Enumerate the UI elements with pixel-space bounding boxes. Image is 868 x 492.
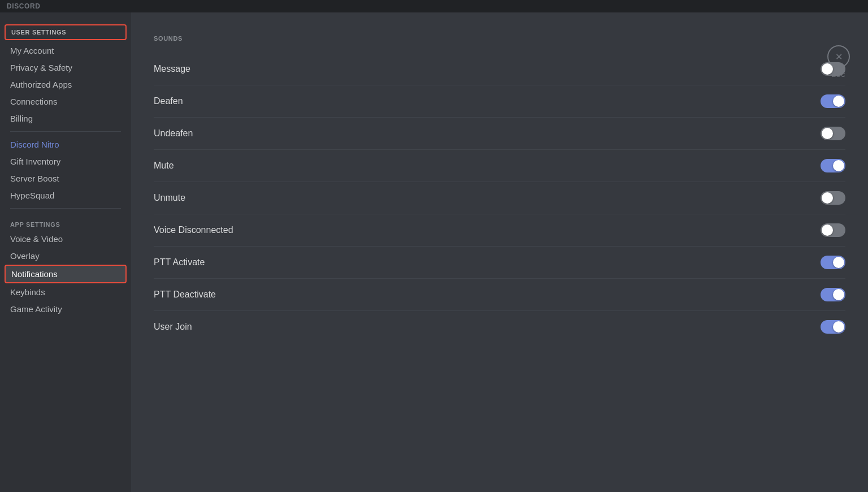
setting-label-mute: Mute [154, 161, 174, 171]
sidebar-item-overlay[interactable]: Overlay [5, 248, 127, 264]
toggle-knob-user-join [833, 321, 844, 333]
sidebar-item-billing[interactable]: Billing [5, 110, 127, 127]
sidebar-item-my-account[interactable]: My Account [5, 42, 127, 59]
setting-label-ptt-deactivate: PTT Deactivate [154, 290, 216, 300]
setting-label-undeafen: Undeafen [154, 128, 193, 139]
esc-label: ESC [832, 71, 846, 78]
sidebar-item-authorized-apps[interactable]: Authorized Apps [5, 76, 127, 93]
setting-row-deafen: Deafen [154, 85, 845, 118]
sidebar-item-keybinds[interactable]: Keybinds [5, 284, 127, 300]
setting-label-deafen: Deafen [154, 96, 183, 106]
toggle-unmute[interactable] [821, 191, 845, 205]
toggle-mute[interactable] [821, 159, 845, 172]
sidebar-item-connections[interactable]: Connections [5, 93, 127, 110]
toggle-knob-unmute [822, 192, 833, 204]
esc-container: ✕ ESC [827, 45, 850, 78]
toggle-knob-ptt-deactivate [833, 289, 844, 300]
setting-row-ptt-activate: PTT Activate [154, 247, 845, 279]
sidebar-divider-1 [10, 131, 121, 132]
setting-row-unmute: Unmute [154, 182, 845, 214]
toggle-undeafen[interactable] [821, 127, 845, 140]
setting-label-unmute: Unmute [154, 193, 185, 203]
sidebar-divider-2 [10, 208, 121, 209]
close-icon: ✕ [835, 51, 843, 62]
toggle-user-join[interactable] [821, 320, 845, 334]
sidebar-item-voice-video[interactable]: Voice & Video [5, 231, 127, 247]
user-settings-header: USER SETTINGS [5, 24, 127, 40]
toggle-knob-voice-disconnected [822, 225, 833, 236]
setting-label-ptt-activate: PTT Activate [154, 257, 205, 267]
setting-label-user-join: User Join [154, 322, 192, 332]
toggle-knob-deafen [833, 96, 844, 107]
sidebar-item-notifications[interactable]: Notifications [5, 265, 127, 283]
close-button[interactable]: ✕ [827, 45, 850, 68]
sidebar-item-privacy-safety[interactable]: Privacy & Safety [5, 59, 127, 76]
setting-row-voice-disconnected: Voice Disconnected [154, 214, 845, 247]
toggle-ptt-deactivate[interactable] [821, 288, 845, 301]
setting-row-message: Message [154, 53, 845, 85]
setting-row-ptt-deactivate: PTT Deactivate [154, 279, 845, 311]
setting-label-message: Message [154, 64, 190, 74]
sidebar-item-game-activity[interactable]: Game Activity [5, 301, 127, 317]
setting-label-voice-disconnected: Voice Disconnected [154, 225, 233, 235]
setting-row-undeafen: Undeafen [154, 118, 845, 150]
sidebar-item-discord-nitro[interactable]: Discord Nitro [5, 136, 127, 153]
setting-row-mute: Mute [154, 150, 845, 182]
titlebar: DISCORD [0, 0, 868, 12]
sidebar: USER SETTINGS My Account Privacy & Safet… [0, 12, 131, 492]
settings-list: MessageDeafenUndeafenMuteUnmuteVoice Dis… [154, 53, 845, 343]
section-label: SOUNDS [154, 35, 845, 42]
main-layout: USER SETTINGS My Account Privacy & Safet… [0, 12, 868, 492]
toggle-knob-undeafen [822, 128, 833, 139]
sidebar-item-server-boost[interactable]: Server Boost [5, 170, 127, 187]
setting-row-user-join: User Join [154, 311, 845, 343]
toggle-knob-ptt-activate [833, 257, 844, 268]
sidebar-item-hypesquad[interactable]: HypeSquad [5, 187, 127, 204]
app-name: DISCORD [7, 2, 41, 10]
toggle-ptt-activate[interactable] [821, 256, 845, 269]
toggle-voice-disconnected[interactable] [821, 223, 845, 237]
toggle-deafen[interactable] [821, 94, 845, 108]
toggle-knob-mute [833, 160, 844, 171]
content-area: SOUNDS MessageDeafenUndeafenMuteUnmuteVo… [131, 12, 868, 492]
app-settings-header: APP SETTINGS [5, 218, 127, 230]
sidebar-item-gift-inventory[interactable]: Gift Inventory [5, 153, 127, 170]
